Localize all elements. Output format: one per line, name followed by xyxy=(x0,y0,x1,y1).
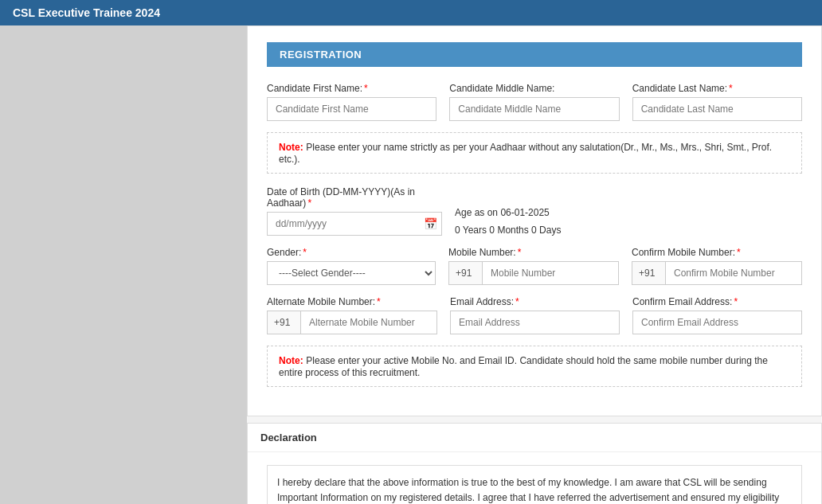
email-label: Email Address:* xyxy=(450,296,620,307)
confirm-email-group: Confirm Email Address:* xyxy=(632,296,802,334)
gender-select[interactable]: ----Select Gender---- Male Female Transg… xyxy=(267,261,436,285)
age-value: 0 Years 0 Months 0 Days xyxy=(455,221,802,236)
note2-text: Please enter your active Mobile No. and … xyxy=(279,355,768,378)
alt-email-row: Alternate Mobile Number:* +91 Email Addr… xyxy=(267,296,802,334)
alt-mobile-phone-group: +91 xyxy=(267,311,437,334)
middle-name-group: Candidate Middle Name: xyxy=(449,83,619,121)
dob-group: Date of Birth (DD-MM-YYYY)(As in Aadhaar… xyxy=(267,186,442,236)
email-input[interactable] xyxy=(450,311,620,334)
left-sidebar xyxy=(0,25,247,504)
alt-mobile-group: Alternate Mobile Number:* +91 xyxy=(267,296,437,334)
mobile-group: Mobile Number:* +91 xyxy=(448,247,619,285)
note2-label: Note: xyxy=(279,355,303,366)
confirm-mobile-phone-group: +91 xyxy=(632,261,802,285)
note1-text: Please enter your name strictly as per y… xyxy=(279,142,772,165)
last-name-input[interactable] xyxy=(632,97,802,121)
age-label: Age as on 06-01-2025 xyxy=(455,207,802,218)
alt-mobile-input[interactable] xyxy=(300,311,437,334)
middle-name-label: Candidate Middle Name: xyxy=(449,83,619,94)
confirm-email-input[interactable] xyxy=(632,311,802,334)
registration-header: REGISTRATION xyxy=(267,42,802,67)
age-group: Age as on 06-01-2025 0 Years 0 Months 0 … xyxy=(455,207,802,236)
declaration-body: I hereby declare that the above informat… xyxy=(248,452,821,504)
alt-mobile-country-code: +91 xyxy=(267,311,300,334)
registration-section: REGISTRATION Candidate First Name:* Cand… xyxy=(247,25,822,416)
declaration-header: Declaration xyxy=(248,424,821,452)
dob-input[interactable] xyxy=(267,212,442,236)
last-name-label: Candidate Last Name:* xyxy=(632,83,802,94)
confirm-mobile-input[interactable] xyxy=(665,261,802,285)
first-name-group: Candidate First Name:* xyxy=(267,83,436,121)
note1-label: Note: xyxy=(279,142,303,153)
mobile-phone-group: +91 xyxy=(448,261,619,285)
app-title: CSL Executive Trainee 2024 xyxy=(13,6,160,19)
gender-mobile-row: Gender:* ----Select Gender---- Male Fema… xyxy=(267,247,802,285)
top-bar: CSL Executive Trainee 2024 xyxy=(0,0,822,25)
email-group: Email Address:* xyxy=(450,296,620,334)
mobile-label: Mobile Number:* xyxy=(448,247,619,258)
declaration-section: Declaration I hereby declare that the ab… xyxy=(247,423,822,504)
registration-title: REGISTRATION xyxy=(280,49,362,61)
main-content: REGISTRATION Candidate First Name:* Cand… xyxy=(247,25,822,504)
dob-input-wrapper: 📅 xyxy=(267,212,442,236)
middle-name-input[interactable] xyxy=(449,97,619,121)
name-row: Candidate First Name:* Candidate Middle … xyxy=(267,83,802,121)
first-name-input[interactable] xyxy=(267,97,436,121)
declaration-title: Declaration xyxy=(260,432,317,443)
dob-label: Date of Birth (DD-MM-YYYY)(As in Aadhaar… xyxy=(267,186,442,209)
dob-age-row: Date of Birth (DD-MM-YYYY)(As in Aadhaar… xyxy=(267,186,802,236)
mobile-input[interactable] xyxy=(482,261,619,285)
mobile-email-note-box: Note: Please enter your active Mobile No… xyxy=(267,346,802,387)
first-name-label: Candidate First Name:* xyxy=(267,83,436,94)
alt-mobile-label: Alternate Mobile Number:* xyxy=(267,296,437,307)
gender-group: Gender:* ----Select Gender---- Male Fema… xyxy=(267,247,436,285)
last-name-group: Candidate Last Name:* xyxy=(632,83,802,121)
confirm-mobile-label: Confirm Mobile Number:* xyxy=(632,247,802,258)
confirm-mobile-group: Confirm Mobile Number:* +91 xyxy=(632,247,802,285)
gender-label: Gender:* xyxy=(267,247,436,258)
confirm-email-label: Confirm Email Address:* xyxy=(632,296,802,307)
name-note-box: Note: Please enter your name strictly as… xyxy=(267,132,802,174)
confirm-mobile-country-code: +91 xyxy=(632,261,665,285)
declaration-text: I hereby declare that the above informat… xyxy=(267,465,802,504)
mobile-country-code: +91 xyxy=(448,261,482,285)
